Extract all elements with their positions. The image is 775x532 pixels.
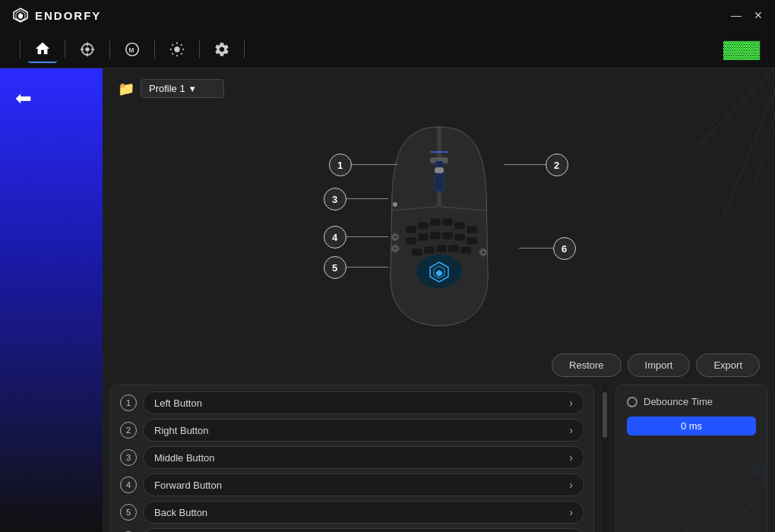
svg-rect-33 [442,232,453,239]
button-list: 1 Left Button › 2 Right Button › [110,385,594,532]
sidebar: ⬅ [0,68,103,532]
button-num-3: 3 [120,449,137,466]
svg-point-8 [86,48,89,51]
svg-point-11 [174,46,179,52]
logo-area: ENDORFY [12,7,101,24]
debounce-row: Debounce Time [627,396,756,407]
profile-select[interactable]: Profile 1 ▾ [141,79,224,98]
content-area: 📁 Profile 1 ▾ 1 2 3 4 [103,68,775,532]
right-settings-panel: Debounce Time 0 ms [615,385,767,532]
nav-lighting-button[interactable] [163,36,191,62]
svg-rect-24 [406,226,416,233]
nav-divider-1 [20,40,21,59]
svg-text:M: M [128,46,134,53]
label-line-3 [346,198,388,199]
back-button[interactable]: ⬅ [0,81,47,116]
nav-divider-4 [154,40,155,59]
title-bar: ENDORFY — ✕ [0,0,775,30]
right-panel-deco [675,464,767,532]
svg-rect-34 [454,233,465,241]
list-scrollbar[interactable] [602,385,608,532]
back-button-label: Back Button [154,507,207,518]
close-button[interactable]: ✕ [754,10,763,21]
mouse-label-6: 6 [553,237,576,260]
left-button-pill[interactable]: Left Button › [143,391,584,414]
svg-line-50 [675,464,767,532]
label-line-4 [346,236,388,237]
mouse-label-4: 4 [324,226,346,249]
scrollbar-thumb [603,392,607,438]
nav-divider-6 [244,40,245,59]
svg-rect-29 [467,226,477,233]
debounce-value: 0 ms [627,416,756,435]
svg-rect-19 [435,161,444,192]
button-row-6: 6 DPI Loop › [120,528,584,532]
middle-button-chevron: › [569,451,573,464]
forward-button-pill[interactable]: Forward Button › [143,473,584,496]
back-button-chevron: › [569,506,573,518]
diagram-wrapper: 1 2 3 4 5 6 [211,112,667,340]
svg-point-45 [438,167,444,173]
debounce-label: Debounce Time [644,396,713,407]
svg-point-46 [393,202,397,207]
label-line-1 [352,164,397,165]
middle-button-label: Middle Button [154,452,215,464]
svg-line-51 [691,479,767,532]
button-row-4: 4 Forward Button › [120,473,584,496]
export-button[interactable]: Export [696,353,760,377]
label-line-6 [519,248,553,249]
logo-text: ENDORFY [35,9,101,22]
svg-rect-37 [424,246,435,254]
debounce-radio[interactable] [627,397,637,407]
mouse-svg [378,119,500,332]
svg-rect-39 [448,245,459,252]
svg-line-52 [706,494,767,532]
folder-icon: 📁 [118,81,134,97]
profile-bar: 📁 Profile 1 ▾ [103,68,775,104]
svg-rect-38 [436,245,447,252]
nav-home-button[interactable] [28,36,57,63]
nav-macro-button[interactable]: M [118,36,147,62]
nav-divider-5 [199,40,200,59]
button-num-4: 4 [120,477,137,493]
svg-rect-35 [467,237,477,245]
import-button[interactable]: Import [628,353,691,377]
label-line-2 [504,164,546,165]
endorfy-logo-icon [12,7,29,24]
button-num-5: 5 [120,504,137,521]
right-button-pill[interactable]: Right Button › [143,419,584,442]
svg-rect-30 [406,237,416,245]
svg-rect-18 [430,151,448,153]
button-list-scroll[interactable]: 1 Left Button › 2 Right Button › [120,391,584,532]
restore-button[interactable]: Restore [552,353,622,377]
svg-rect-40 [460,246,471,254]
forward-button-chevron: › [569,479,573,491]
label-line-5 [346,267,388,268]
right-button-chevron: › [569,424,573,436]
mouse-diagram-area: 1 2 3 4 5 6 [103,104,775,347]
mouse-label-1: 1 [329,154,352,176]
svg-rect-36 [412,249,422,256]
svg-marker-55 [744,464,767,486]
svg-marker-2 [18,13,23,19]
battery-area: ▓▓▓ [723,40,760,59]
nav-settings-button[interactable] [207,36,236,62]
minimize-button[interactable]: — [731,10,742,21]
battery-icon: ▓▓▓ [723,40,760,59]
profile-select-label: Profile 1 [149,83,185,94]
mouse-label-2: 2 [546,154,568,176]
window-controls: — ✕ [731,10,763,21]
svg-rect-32 [430,232,441,239]
mouse-label-3: 3 [324,188,346,211]
back-button-pill[interactable]: Back Button › [143,501,584,524]
bottom-panel: 1 Left Button › 2 Right Button › [103,385,775,532]
middle-button-pill[interactable]: Middle Button › [143,446,584,469]
svg-marker-54 [759,464,767,479]
button-num-2: 2 [120,422,137,439]
svg-line-53 [675,464,736,509]
navbar: M ▓▓▓ [0,30,775,68]
dpi-loop-pill[interactable]: DPI Loop › [143,528,584,532]
nav-crosshair-button[interactable] [73,36,102,62]
button-row-5: 5 Back Button › [120,501,584,524]
svg-rect-26 [430,218,441,226]
